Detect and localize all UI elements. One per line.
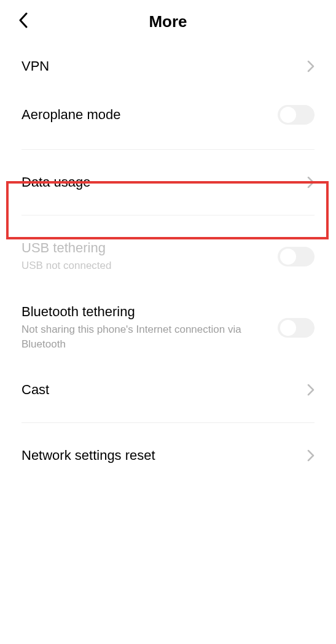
chevron-right-icon: [307, 449, 315, 462]
usb-tethering-toggle: [278, 247, 315, 266]
toggle-knob: [280, 320, 296, 336]
vpn-label: VPN: [21, 58, 307, 74]
chevron-right-icon: [307, 60, 315, 72]
cast-label: Cast: [21, 382, 307, 398]
divider: [21, 215, 315, 215]
toggle-knob: [280, 249, 296, 265]
list-item-cast[interactable]: Cast: [0, 367, 336, 413]
divider: [21, 149, 315, 150]
settings-list: VPN Aeroplane mode Data usage USB tether…: [0, 43, 336, 479]
list-item-data-usage[interactable]: Data usage: [0, 159, 336, 206]
data-usage-label: Data usage: [21, 174, 307, 190]
aeroplane-toggle[interactable]: [278, 105, 315, 125]
back-button[interactable]: [18, 12, 28, 31]
list-item-usb-tethering: USB tethering USB not connected: [0, 225, 336, 289]
toggle-knob: [280, 107, 296, 123]
aeroplane-label: Aeroplane mode: [21, 107, 278, 123]
bluetooth-tethering-sublabel: Not sharing this phone's Internet connec…: [21, 322, 278, 352]
chevron-right-icon: [307, 176, 315, 188]
header: More: [0, 0, 336, 43]
bluetooth-tethering-label: Bluetooth tethering: [21, 304, 278, 320]
list-item-bluetooth-tethering[interactable]: Bluetooth tethering Not sharing this pho…: [0, 289, 336, 367]
divider: [21, 422, 315, 423]
list-item-aeroplane-mode[interactable]: Aeroplane mode: [0, 90, 336, 140]
page-title: More: [15, 12, 321, 31]
list-item-network-settings-reset[interactable]: Network settings reset: [0, 432, 336, 479]
usb-tethering-sublabel: USB not connected: [21, 258, 278, 273]
back-icon: [18, 12, 28, 28]
usb-tethering-label: USB tethering: [21, 240, 278, 256]
network-reset-label: Network settings reset: [21, 448, 307, 464]
chevron-right-icon: [307, 384, 315, 396]
list-item-vpn[interactable]: VPN: [0, 43, 336, 90]
bluetooth-tethering-toggle[interactable]: [278, 318, 315, 338]
